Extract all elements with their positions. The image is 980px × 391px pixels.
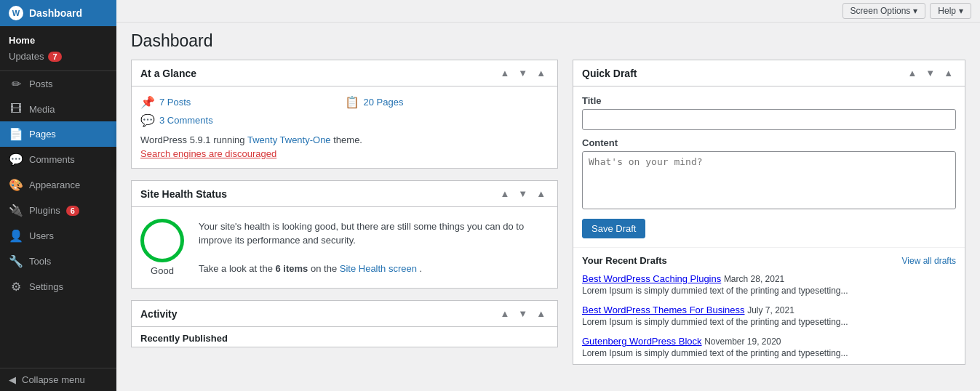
qd-title-input[interactable] <box>582 109 956 130</box>
site-health-collapse-down[interactable]: ▼ <box>515 187 530 201</box>
health-text: Your site's health is looking good, but … <box>199 219 549 276</box>
draft-preview-1: Lorem Ipsum is simply dummied text of th… <box>582 317 956 327</box>
topbar: Screen Options ▾ Help ▾ <box>116 0 980 23</box>
comments-glance-item: 💬 3 Comments <box>140 113 549 127</box>
sidebar-home-label[interactable]: Home <box>0 32 116 49</box>
health-text-part1: Your site's health is looking good, but … <box>199 221 524 246</box>
recently-published-label: Recently Published <box>132 327 557 347</box>
activity-collapse-up[interactable]: ▲ <box>497 307 512 321</box>
sidebar-app-name: Dashboard <box>29 7 82 19</box>
draft-title-link-1[interactable]: Best WordPress Themes For Business <box>582 305 745 315</box>
draft-title-link-2[interactable]: Gutenberg WordPress Block <box>582 336 702 347</box>
pages-glance-link[interactable]: 20 Pages <box>364 97 404 108</box>
posts-glance-link[interactable]: 7 Posts <box>159 97 191 108</box>
help-label: Help <box>938 6 956 16</box>
sidebar-item-posts[interactable]: ✏ Posts <box>0 71 116 97</box>
pages-glance-item: 📋 20 Pages <box>345 95 549 109</box>
page-title-bar: Dashboard <box>131 31 965 51</box>
dashboard-columns: At a Glance ▲ ▼ ▲ 📌 7 Posts <box>131 60 965 382</box>
quick-draft-collapse-down[interactable]: ▼ <box>923 66 938 80</box>
qd-title-label: Title <box>582 95 956 106</box>
sidebar-item-settings[interactable]: ⚙ Settings <box>0 274 116 299</box>
sidebar-item-tools-label: Tools <box>29 256 51 267</box>
screen-options-button[interactable]: Screen Options ▾ <box>842 3 926 19</box>
activity-close[interactable]: ▲ <box>533 307 549 321</box>
help-chevron: ▾ <box>959 6 963 16</box>
site-health-collapse-up[interactable]: ▲ <box>497 187 512 201</box>
draft-item-0-title: Best WordPress Caching Plugins March 28,… <box>582 273 956 284</box>
save-draft-button[interactable]: Save Draft <box>582 219 645 238</box>
site-health-screen-link[interactable]: Site Health screen <box>340 263 417 274</box>
activity-widget: Activity ▲ ▼ ▲ Recently Published <box>131 300 558 347</box>
collapse-label: Collapse menu <box>22 374 85 385</box>
at-a-glance-collapse-down[interactable]: ▼ <box>515 66 530 80</box>
draft-item-1-title: Best WordPress Themes For Business July … <box>582 305 956 315</box>
view-all-drafts-link[interactable]: View all drafts <box>902 256 956 266</box>
sidebar-item-users[interactable]: 👤 Users <box>0 223 116 249</box>
health-circle-wrapper: Good <box>140 219 184 276</box>
quick-draft-close[interactable]: ▲ <box>941 66 956 80</box>
sidebar-item-appearance[interactable]: 🎨 Appearance <box>0 172 116 198</box>
draft-preview-0: Lorem Ipsum is simply dummied text of th… <box>582 286 956 296</box>
media-icon: 🎞 <box>9 102 23 116</box>
posts-icon: ✏ <box>9 77 23 91</box>
sidebar-item-media[interactable]: 🎞 Media <box>0 97 116 121</box>
activity-collapse-down[interactable]: ▼ <box>515 307 530 321</box>
screen-options-chevron: ▾ <box>913 6 917 16</box>
draft-date-1: July 7, 2021 <box>747 305 794 315</box>
theme-link[interactable]: Twenty Twenty-One <box>247 134 331 145</box>
at-a-glance-close[interactable]: ▲ <box>533 66 549 80</box>
collapse-icon: ◀ <box>9 374 16 385</box>
sidebar-item-settings-label: Settings <box>29 281 63 292</box>
sidebar-header[interactable]: W Dashboard <box>0 0 116 26</box>
at-a-glance-body: 📌 7 Posts 📋 20 Pages 💬 3 Comments <box>132 86 557 168</box>
draft-date-2: November 19, 2020 <box>704 336 781 347</box>
page-title: Dashboard <box>131 31 965 51</box>
tools-icon: 🔧 <box>9 254 23 268</box>
sidebar-item-media-label: Media <box>29 104 55 115</box>
plugins-badge: 6 <box>66 206 79 216</box>
draft-date-0: March 28, 2021 <box>724 274 784 284</box>
plugins-icon: 🔌 <box>9 203 23 217</box>
search-engine-link[interactable]: Search engines are discouraged <box>140 148 276 159</box>
quick-draft-widget: Quick Draft ▲ ▼ ▲ Title Content Save Dra… <box>573 60 965 365</box>
sidebar-item-plugins[interactable]: 🔌 Plugins 6 <box>0 198 116 223</box>
left-column: At a Glance ▲ ▼ ▲ 📌 7 Posts <box>131 60 558 382</box>
sidebar-item-appearance-label: Appearance <box>29 180 80 190</box>
activity-header: Activity ▲ ▼ ▲ <box>132 301 557 327</box>
collapse-menu-button[interactable]: ◀ Collapse menu <box>0 368 116 391</box>
sidebar-item-pages-label: Pages <box>29 129 56 140</box>
sidebar-item-pages[interactable]: 📄 Pages <box>0 121 116 147</box>
comments-glance-icon: 💬 <box>140 113 155 127</box>
sidebar-item-tools[interactable]: 🔧 Tools <box>0 249 116 274</box>
quick-draft-controls: ▲ ▼ ▲ <box>904 66 956 80</box>
health-text-part3: on the <box>311 263 337 274</box>
at-a-glance-widget: At a Glance ▲ ▼ ▲ 📌 7 Posts <box>131 60 558 169</box>
sidebar-item-posts-label: Posts <box>29 78 53 89</box>
activity-title: Activity <box>140 308 178 320</box>
theme-suffix: theme. <box>333 134 362 145</box>
draft-title-link-0[interactable]: Best WordPress Caching Plugins <box>582 273 721 284</box>
wp-version-prefix: WordPress 5.9.1 running <box>140 134 245 145</box>
sidebar: W Dashboard Home Updates 7 ✏ Posts 🎞 Med… <box>0 0 116 391</box>
sidebar-item-plugins-label: Plugins <box>29 205 60 216</box>
qd-content-label: Content <box>582 137 956 148</box>
comments-glance-link[interactable]: 3 Comments <box>159 115 213 126</box>
wp-version-text: WordPress 5.9.1 running Twenty Twenty-On… <box>140 134 549 145</box>
health-text-part2: Take a look at the <box>199 263 273 274</box>
site-health-controls: ▲ ▼ ▲ <box>497 187 549 201</box>
health-status-label: Good <box>151 265 174 276</box>
at-a-glance-grid: 📌 7 Posts 📋 20 Pages 💬 3 Comments <box>140 95 549 127</box>
sidebar-item-pages-wrapper: 📄 Pages All Pages Add New <box>0 121 116 147</box>
sidebar-updates-item[interactable]: Updates 7 <box>0 49 116 66</box>
help-button[interactable]: Help ▾ <box>930 3 971 19</box>
health-text-end: . <box>420 263 423 274</box>
sidebar-item-comments[interactable]: 💬 Comments <box>0 147 116 172</box>
site-health-close[interactable]: ▲ <box>533 187 549 201</box>
at-a-glance-collapse-up[interactable]: ▲ <box>497 66 512 80</box>
quick-draft-collapse-up[interactable]: ▲ <box>904 66 920 80</box>
pages-glance-icon: 📋 <box>345 95 359 109</box>
qd-content-textarea[interactable] <box>582 151 956 209</box>
site-health-title: Site Health Status <box>140 188 227 200</box>
draft-item-2-title: Gutenberg WordPress Block November 19, 2… <box>582 336 956 347</box>
